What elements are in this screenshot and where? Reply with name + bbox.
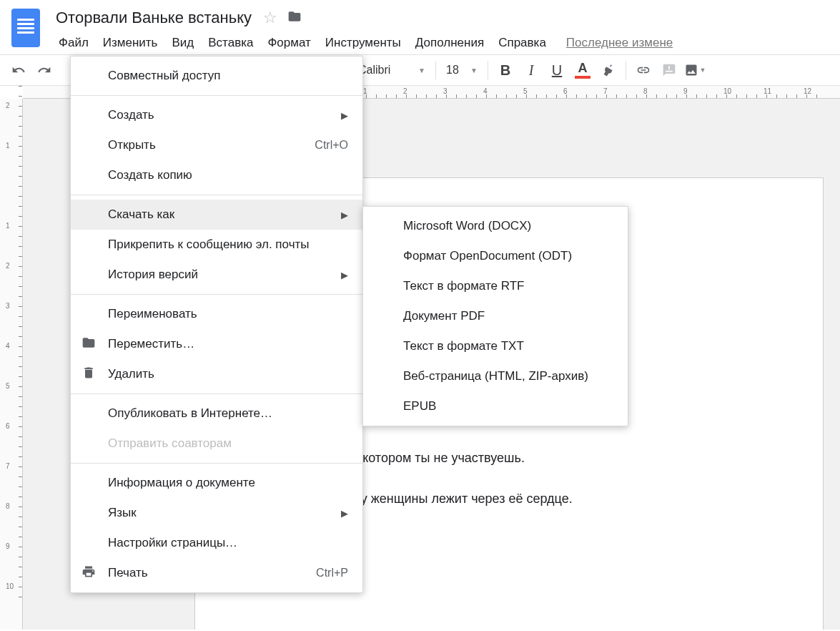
shortcut-label: Ctrl+P — [316, 567, 348, 579]
menu-print[interactable]: ПечатьCtrl+P — [71, 558, 362, 588]
ruler-tick-label: 12 — [804, 87, 811, 95]
star-icon[interactable]: ☆ — [263, 9, 277, 27]
title-row: Оторвали Ваньке встаньку ☆ — [51, 6, 834, 30]
undo-button[interactable] — [6, 57, 31, 83]
menu-delete[interactable]: Удалить — [71, 359, 362, 389]
download-rtf[interactable]: Текст в формате RTF — [363, 271, 628, 301]
font-family-select[interactable]: Calibri ▼ — [352, 57, 431, 83]
menu-page-setup[interactable]: Настройки страницы… — [71, 528, 362, 558]
menu-separator — [71, 95, 362, 96]
menu-send-coauthors: Отправить соавторам — [71, 429, 362, 459]
text-color-letter: A — [578, 62, 588, 74]
underline-button[interactable]: U — [544, 57, 570, 83]
download-docx[interactable]: Microsoft Word (DOCX) — [363, 211, 628, 241]
menu-document-info[interactable]: Информация о документе — [71, 468, 362, 498]
shortcut-label: Ctrl+O — [315, 139, 348, 152]
ruler-tick-label: 8 — [6, 502, 10, 510]
menu-move[interactable]: Переместить… — [71, 329, 362, 359]
menu-version-history[interactable]: История версий▶ — [71, 260, 362, 290]
header: Оторвали Ваньке встаньку ☆ Файл Изменить… — [0, 0, 840, 54]
menu-make-copy[interactable]: Создать копию — [71, 160, 362, 190]
ruler-tick-label: 1 — [6, 222, 10, 230]
download-pdf[interactable]: Документ PDF — [363, 301, 628, 331]
menu-email-attachment[interactable]: Прикрепить к сообщению эл. почты — [71, 230, 362, 260]
highlight-button[interactable] — [596, 57, 621, 83]
toolbar-separator — [488, 61, 488, 79]
italic-button[interactable]: I — [518, 57, 544, 83]
menu-language[interactable]: Язык▶ — [71, 498, 362, 528]
ruler-tick-label: 7 — [6, 462, 10, 470]
ruler-tick-label: 2 — [6, 102, 10, 109]
menu-separator — [71, 195, 362, 195]
menu-view[interactable]: Вид — [164, 31, 201, 54]
submenu-arrow-icon: ▶ — [341, 210, 348, 220]
text-color-button[interactable]: A — [570, 57, 596, 83]
ruler-tick-label: 10 — [6, 582, 14, 590]
menu-help[interactable]: Справка — [491, 31, 553, 54]
submenu-arrow-icon: ▶ — [341, 110, 348, 121]
font-size-value: 18 — [446, 64, 459, 77]
text-color-bar — [575, 76, 591, 79]
menu-share[interactable]: Совместный доступ — [71, 61, 362, 91]
menu-insert[interactable]: Вставка — [201, 31, 260, 54]
menu-addons[interactable]: Дополнения — [408, 31, 491, 54]
dropdown-arrow-icon: ▼ — [418, 67, 425, 74]
menu-separator — [71, 463, 362, 464]
insert-comment-button[interactable] — [656, 57, 682, 83]
trash-icon — [81, 366, 97, 383]
ruler-tick-label: 4 — [6, 342, 10, 350]
download-as-submenu: Microsoft Word (DOCX) Формат OpenDocumen… — [362, 206, 628, 426]
menu-publish-web[interactable]: Опубликовать в Интернете… — [71, 398, 362, 429]
ruler-tick-label: 5 — [6, 382, 10, 390]
document-title[interactable]: Оторвали Ваньке встаньку — [51, 7, 256, 29]
menu-file[interactable]: Файл — [51, 31, 96, 54]
dropdown-arrow-icon: ▼ — [470, 67, 478, 74]
ruler-tick-label: 3 — [6, 302, 10, 310]
ruler-tick-label: 6 — [6, 422, 10, 430]
menu-rename[interactable]: Переименовать — [71, 299, 362, 329]
ruler-tick-label: 9 — [6, 542, 10, 550]
menu-download-as[interactable]: Скачать как▶ — [71, 200, 362, 230]
docs-logo[interactable] — [11, 9, 40, 47]
ruler-tick-label: 1 — [6, 142, 10, 150]
last-edit-link[interactable]: Последнее измене — [566, 36, 673, 50]
bold-button[interactable]: B — [493, 57, 518, 83]
menu-format[interactable]: Формат — [260, 31, 317, 54]
header-main: Оторвали Ваньке встаньку ☆ Файл Изменить… — [51, 6, 834, 54]
ruler-tick-label: 11 — [764, 87, 771, 95]
menubar: Файл Изменить Вид Вставка Формат Инструм… — [51, 31, 834, 54]
folder-icon — [81, 336, 97, 353]
toolbar-separator — [626, 61, 626, 79]
folder-icon[interactable] — [287, 9, 302, 27]
redo-button[interactable] — [31, 57, 57, 83]
download-html[interactable]: Веб-страница (HTML, ZIP-архив) — [363, 361, 628, 391]
font-size-select[interactable]: 18 ▼ — [440, 57, 483, 83]
download-txt[interactable]: Текст в формате TXT — [363, 331, 628, 361]
print-icon — [81, 564, 97, 582]
submenu-arrow-icon: ▶ — [341, 508, 348, 519]
insert-link-button[interactable] — [631, 57, 656, 83]
vertical-ruler[interactable]: 2112345678910 — [0, 99, 23, 630]
file-menu-dropdown: Совместный доступ Создать▶ ОткрытьCtrl+O… — [70, 56, 363, 593]
ruler-tick-label: 10 — [723, 87, 731, 95]
menu-create[interactable]: Создать▶ — [71, 100, 362, 130]
submenu-arrow-icon: ▶ — [341, 270, 348, 280]
menu-separator — [71, 393, 362, 394]
menu-open[interactable]: ОткрытьCtrl+O — [71, 130, 362, 160]
toolbar-separator — [435, 61, 436, 79]
download-odt[interactable]: Формат OpenDocument (ODT) — [363, 241, 628, 271]
menu-separator — [71, 294, 362, 295]
insert-image-button[interactable]: ▼ — [682, 57, 708, 83]
download-epub[interactable]: EPUB — [363, 391, 628, 421]
menu-edit[interactable]: Изменить — [96, 31, 165, 54]
ruler-tick-label: 2 — [6, 262, 10, 270]
menu-tools[interactable]: Инструменты — [318, 31, 408, 54]
